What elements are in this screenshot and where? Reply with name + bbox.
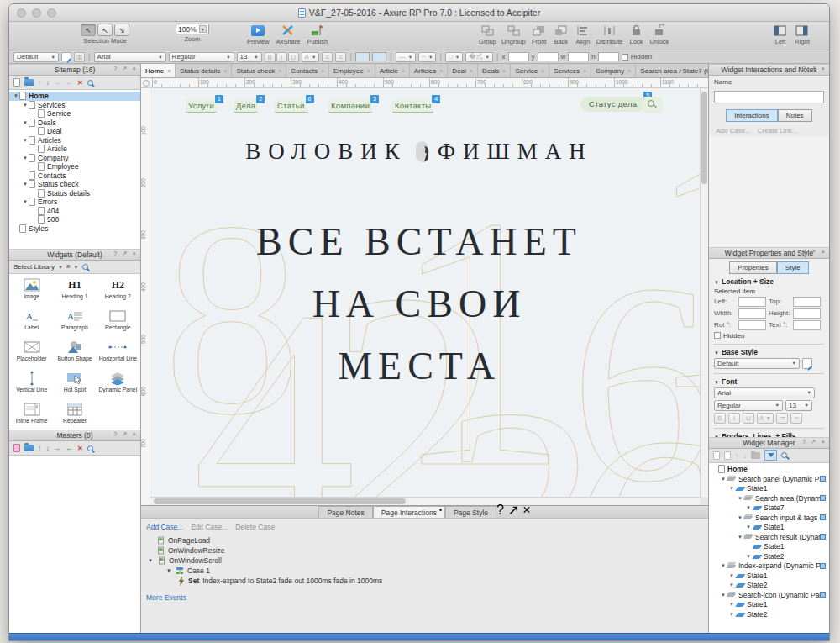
manager-item-state1[interactable]: ▼State1 <box>709 523 829 533</box>
tree-expand-arrow[interactable]: ▼ <box>728 612 735 617</box>
close-tab-icon[interactable]: × <box>321 68 324 74</box>
align-left-icon[interactable]: ≡ <box>322 52 333 62</box>
manager-item-index-expand-dynamic-panel-[interactable]: ▼Index-expand (Dynamic Panel) <box>709 561 829 572</box>
close-tab-icon[interactable]: × <box>367 68 370 74</box>
tab-page-style[interactable]: Page Style <box>445 506 496 518</box>
widget-name-input[interactable] <box>714 91 824 103</box>
field-input[interactable] <box>738 320 766 330</box>
toolbar-button-publish[interactable]: Publish <box>307 24 328 45</box>
manager-item-search-icon-dynamic-panel-[interactable]: ▼Search-icon (Dynamic Panel) <box>709 590 829 600</box>
tree-expand-arrow[interactable]: ▼ <box>728 573 735 578</box>
panel-controls[interactable]: ? ↗ × <box>113 430 138 438</box>
tree-expand-arrow[interactable]: ▼ <box>745 524 752 530</box>
case-link[interactable]: Delete Case <box>235 523 275 531</box>
search-masters-icon[interactable] <box>87 445 93 451</box>
base-style-select[interactable]: Default▼ <box>714 358 800 369</box>
tab-service[interactable]: Service× <box>511 64 549 77</box>
field-input[interactable] <box>793 320 821 330</box>
tab-home[interactable]: Home× <box>141 64 176 77</box>
panel-visibility-box[interactable] <box>820 476 826 482</box>
filter-icon[interactable] <box>764 450 777 461</box>
tree-expand-arrow[interactable]: ▼ <box>22 155 29 161</box>
paste-icon[interactable] <box>724 451 731 460</box>
sitemap-item-errors[interactable]: ▼Errors <box>9 198 140 207</box>
font-size-select[interactable]: 13▼ <box>785 400 812 411</box>
group-widgets-icon[interactable] <box>751 452 760 459</box>
tree-expand-arrow[interactable]: ▼ <box>745 554 752 559</box>
select-contained-button[interactable]: ↖ <box>97 24 113 36</box>
sitemap-item-employee[interactable]: Employee <box>9 162 140 171</box>
field-input[interactable] <box>793 297 821 307</box>
sitemap-item-styles[interactable]: Styles <box>9 224 140 234</box>
bullet-list-button[interactable]: ≔ <box>776 413 788 424</box>
location-size-section[interactable]: ▼Location + Size <box>714 277 824 286</box>
text-b-button[interactable]: B <box>265 52 276 62</box>
case-row[interactable]: ▼Case 1 <box>146 566 703 576</box>
add-page-icon[interactable] <box>13 78 20 87</box>
close-tab-icon[interactable]: × <box>402 68 405 74</box>
tab-interactions[interactable]: Interactions <box>726 109 777 122</box>
list-view-icon[interactable]: ≡ <box>66 263 71 271</box>
h-field[interactable] <box>598 52 619 61</box>
close-tab-icon[interactable]: × <box>439 68 443 74</box>
tree-expand-arrow[interactable]: ▼ <box>22 120 29 125</box>
add-master-folder-icon[interactable] <box>24 445 34 451</box>
font-weight-select[interactable]: Regular▼ <box>169 52 234 62</box>
event-row-onwindowresize[interactable]: OnWindowResize <box>146 545 703 556</box>
toolbar-button-group[interactable]: Group <box>479 24 496 45</box>
sitemap-item-status-details[interactable]: Status details <box>9 189 140 198</box>
manager-item-state7[interactable]: ▼State7 <box>709 503 829 514</box>
widget-vertical-line[interactable]: Vertical Line <box>10 369 53 400</box>
panel-controls[interactable]: ? ↗ × <box>113 250 138 257</box>
lock-style-icon[interactable]: ⚿ <box>74 52 85 62</box>
tree-expand-arrow[interactable]: ▼ <box>728 582 735 588</box>
widget-horizontal-line[interactable]: Horizontal Line <box>97 338 139 369</box>
manager-item-state1[interactable]: State1 <box>709 542 829 552</box>
manager-item-state1[interactable]: ▼State1 <box>709 571 829 581</box>
tab-status-check[interactable]: Status check× <box>232 64 286 77</box>
indent-icon[interactable]: → <box>54 444 61 452</box>
widget-label[interactable]: ALabel <box>10 307 53 338</box>
manager-item-state2[interactable]: ▼State2 <box>709 581 829 591</box>
tab-page-interactions[interactable]: Page Interactions <box>373 506 445 518</box>
prototype-headline[interactable]: ВСЕ ВСТАНЕТНА СВОИМЕСТА <box>150 211 688 398</box>
delete-master-icon[interactable]: ✕ <box>77 445 83 452</box>
font-color-select[interactable]: A▼ <box>302 52 320 62</box>
add-master-icon[interactable] <box>13 444 20 452</box>
y-field[interactable] <box>538 52 559 61</box>
manager-item-search-result-dynamic-panel[interactable]: ▼Search result (Dynamic Panel <box>709 532 829 542</box>
widget-heading-1[interactable]: H1Heading 1 <box>53 276 96 307</box>
toolbar-button-lock[interactable]: Lock <box>627 24 644 45</box>
move-down-icon[interactable]: ↓ <box>46 78 50 87</box>
tree-expand-arrow[interactable]: ▼ <box>728 602 735 607</box>
sitemap-item-404[interactable]: 404 <box>9 207 140 216</box>
x-field[interactable] <box>508 52 529 61</box>
widget-image[interactable]: Image <box>10 276 53 307</box>
nav-link-3[interactable]: Компании3 <box>328 100 372 113</box>
text-b-button[interactable]: B <box>714 413 726 424</box>
tree-expand-arrow[interactable]: ▼ <box>166 568 172 573</box>
case-link[interactable]: Edit Case... <box>191 523 228 531</box>
toolbar-button-ungroup[interactable]: Ungroup <box>501 24 526 45</box>
field-input[interactable] <box>793 308 821 319</box>
sitemap-item-service[interactable]: Service <box>9 109 140 119</box>
panel-visibility-box[interactable] <box>820 534 826 540</box>
manager-item-search-panel-dynamic-panel-[interactable]: ▼Search panel (Dynamic Panel) <box>709 474 829 484</box>
widget-paragraph[interactable]: AParagraph <box>53 307 96 338</box>
manager-item-state2[interactable]: ▼State2 <box>709 551 829 561</box>
tab-contacts[interactable]: Contacts× <box>286 64 329 77</box>
status-check-button[interactable]: Статус дела5 <box>580 97 645 112</box>
link-button[interactable]: ∞ <box>790 413 802 424</box>
design-canvas[interactable]: 84123616 Услуги1Дела2Статьи6Компании3Кон… <box>150 88 708 505</box>
sitemap-item-company[interactable]: ▼Company <box>9 154 140 163</box>
move-up-icon[interactable]: ↑ <box>735 451 739 460</box>
tab-style[interactable]: Style <box>777 261 809 274</box>
move-up-icon[interactable]: ↑ <box>38 444 42 452</box>
widget-repeater[interactable]: Repeater <box>53 400 96 431</box>
manager-item-state1[interactable]: ▼State1 <box>709 484 829 494</box>
scrollbar-thumb[interactable] <box>701 92 707 184</box>
tree-expand-arrow[interactable]: ▼ <box>148 558 154 563</box>
sitemap-item-status-check[interactable]: ▼Status check <box>9 180 140 189</box>
close-tab-icon[interactable]: × <box>583 68 586 74</box>
manager-item-search-input-tags-dynamic[interactable]: ▼Search input & tags (Dynamic <box>709 513 829 523</box>
